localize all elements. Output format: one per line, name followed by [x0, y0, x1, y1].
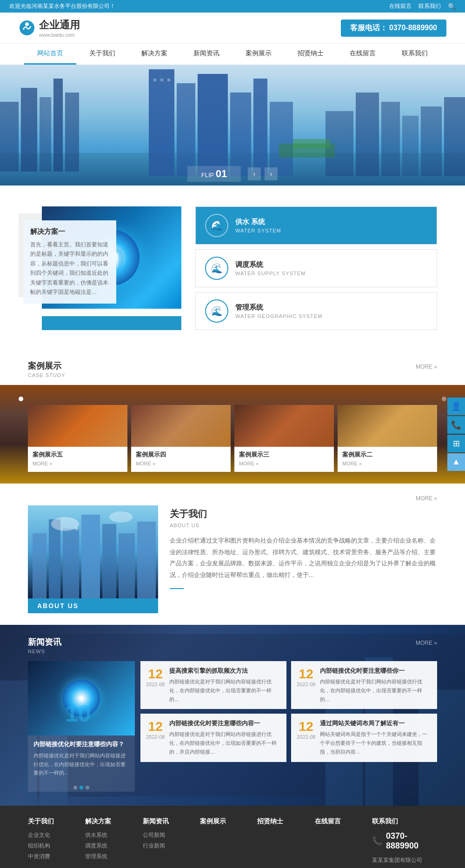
news-dot-2[interactable] — [80, 786, 83, 789]
side-top-button[interactable]: ▲ — [447, 453, 465, 471]
footer-col-title-news: 新闻资讯 — [143, 817, 186, 826]
news-date-4: 12 2022-08 — [297, 719, 315, 756]
case-more-2[interactable]: MORE » — [342, 461, 432, 466]
solution-card-dispatch[interactable]: 🌊 调度系统 WATER SUPPLY SYSTEM — [195, 249, 437, 287]
manage-system-icon: 🌊 — [205, 299, 228, 323]
news-title: 新闻资讯 — [28, 636, 61, 648]
news-dot-3[interactable] — [86, 786, 89, 789]
nav-recruit[interactable]: 招贤纳士 — [285, 44, 337, 65]
footer-link-industry-news[interactable]: 行业新闻 — [143, 842, 186, 850]
footer-link-water[interactable]: 供水系统 — [85, 831, 128, 839]
solution-desc: 首先，看看主页。我们首要知道的是标题，关键字和显示的的内容，从标题信息中，我们可… — [30, 240, 109, 297]
footer-phone-number: 0370-8889900 — [386, 831, 437, 851]
footer-link-company-news[interactable]: 公司新闻 — [143, 831, 186, 839]
logo[interactable]: 企业通用 www.baidu.com — [19, 18, 80, 38]
svg-rect-32 — [102, 524, 116, 598]
about-image-wrap: ✈ ABOUT US — [28, 505, 158, 613]
side-user-button[interactable]: 👤 — [447, 398, 465, 415]
footer-col-contact: 联系我们 📞 0370-8889900 某某某集团有限公司 邮箱：admin@x… — [372, 817, 437, 868]
news-row-2: 12 2022-08 内部链接优化时要注意哪些内容一 内部链接优化是对于我们网站… — [140, 714, 437, 762]
sc-sub-3: WATER GEOGRAPHIC SYSTEM — [235, 313, 322, 319]
svg-rect-12 — [230, 93, 251, 176]
prev-slide-button[interactable]: ‹ — [248, 167, 261, 180]
nav-contact[interactable]: 联系我们 — [389, 44, 441, 65]
contact-link[interactable]: 联系我们 — [418, 2, 441, 10]
news-card-text-2: 内部链接优化是对于我们网站内容链接优行优化，在内部链接优化中，出现否重要的不一样… — [320, 677, 432, 703]
header: 企业通用 www.baidu.com 客服电话： 0370-8889900 — [0, 13, 465, 43]
case-info-3: 案例展示三 MORE » — [234, 447, 334, 472]
svg-rect-34 — [137, 522, 156, 598]
nav-news[interactable]: 新闻资讯 — [180, 44, 232, 65]
cases-wrapper: 案例展示五 MORE » 案例展示四 MORE » 案例展示三 MORE » 案… — [0, 385, 465, 484]
solution-card-manage[interactable]: 🌊 管理系统 WATER GEOGRAPHIC SYSTEM — [195, 292, 437, 330]
svg-text:10: 10 — [65, 701, 91, 727]
news-month-3: 2022-08 — [146, 734, 165, 740]
news-grid: 10 内部链接优化时要注意哪些内容？ 内部链接优化是对于我们网站内容链接进行优化… — [28, 661, 437, 792]
nav-cases[interactable]: 案例展示 — [232, 44, 285, 65]
news-date-1: 12 2022-08 — [146, 667, 165, 703]
news-card-3[interactable]: 12 2022-08 内部链接优化时要注意哪些内容一 内部链接优化是对于我们网站… — [140, 714, 286, 762]
cases-inner: 案例展示五 MORE » 案例展示四 MORE » 案例展示三 MORE » 案… — [0, 405, 465, 472]
phone-label: 客服电话： — [350, 24, 387, 32]
news-card-title-2: 内部链接优化时要注意哪些你一 — [320, 667, 432, 675]
case-title-5: 案例展示五 — [33, 451, 123, 459]
side-phone-button[interactable]: 📞 — [447, 416, 465, 434]
news-card-1[interactable]: 12 2022-08 提高搜索引擎的抓取频次方法 内部链接优化是对于我们网站内容… — [140, 661, 286, 709]
about-city-svg: ✈ — [28, 505, 158, 598]
svg-rect-9 — [149, 69, 174, 176]
solution-card-water[interactable]: 🌊 供水 系统 WATER SYSTEM — [195, 206, 437, 245]
case-more-4[interactable]: MORE » — [136, 461, 226, 466]
online-message-link[interactable]: 在线留言 — [389, 2, 412, 10]
news-month-4: 2022-08 — [297, 734, 315, 740]
news-card-2[interactable]: 12 2022-08 内部链接优化时要注意哪些你一 内部链接优化是对于我们网站内… — [291, 661, 437, 709]
side-qr-button[interactable]: ⊞ — [447, 435, 465, 452]
footer-link-culture[interactable]: 企业文化 — [28, 831, 71, 839]
next-slide-button[interactable]: › — [265, 167, 278, 180]
news-day-4: 12 — [297, 720, 315, 733]
news-more[interactable]: MORE » — [416, 640, 437, 646]
footer-link-consume[interactable]: 中资消费 — [28, 853, 71, 861]
nav-feedback[interactable]: 在线留言 — [337, 44, 389, 65]
phone-number: 0370-8889900 — [389, 24, 437, 32]
footer-link-manage[interactable]: 管理系统 — [85, 853, 128, 861]
search-icon[interactable]: 🔍 — [448, 3, 456, 10]
nav-about[interactable]: 关于我们 — [76, 44, 128, 65]
about-title-en: ABOUT US — [170, 523, 437, 528]
news-card-text-4: 网站关键词布局是指于一个个关键词来建坐，一个平台想要排子一个卡的建筑，当链接相互… — [320, 730, 432, 756]
news-day-2: 12 — [297, 668, 315, 681]
news-slider-dots — [28, 782, 135, 792]
news-card-text-3: 内部链接优化是对于我们网站内容链接进行优化，在内部链接优化中，出现如否重要的不一… — [169, 730, 281, 756]
svg-rect-33 — [119, 533, 135, 598]
cases-title-en: CASE STUDY — [28, 372, 65, 378]
case-img-3 — [234, 405, 334, 447]
footer-col-title-cases: 案例展示 — [200, 817, 243, 826]
svg-rect-23 — [444, 97, 465, 176]
svg-rect-15 — [153, 79, 156, 81]
news-section: 新闻资讯 NEWS MORE » 10 内部链接优化时要注意 — [0, 625, 465, 806]
case-title-2: 案例展示二 — [342, 451, 432, 459]
case-more-3[interactable]: MORE » — [239, 461, 329, 466]
footer-link-dispatch[interactable]: 调度系统 — [85, 842, 128, 850]
nav-solutions[interactable]: 解决方案 — [128, 44, 180, 65]
hero-banner: FLIP 01 ‹ › — [0, 65, 465, 186]
cases-more[interactable]: MORE » — [416, 364, 437, 370]
slider-dot-right[interactable] — [442, 397, 446, 401]
about-more-link[interactable]: MORE » — [416, 495, 437, 502]
news-dot-1[interactable] — [73, 786, 77, 789]
cases-title-cn: 案例展示 — [28, 360, 65, 371]
case-img-5 — [28, 405, 127, 447]
case-more-5[interactable]: MORE » — [33, 461, 123, 466]
hero-scene: FLIP 01 ‹ › — [0, 65, 465, 186]
news-card-4[interactable]: 12 2022-08 通过网站关键词布局了解近有一 网站关键词布局是指于一个个关… — [291, 714, 437, 762]
footer-company-name: 某某某集团有限公司 邮箱：admin@xmcms.com 电话：0370-888… — [372, 855, 437, 868]
svg-rect-20 — [381, 102, 400, 176]
svg-rect-21 — [402, 116, 418, 176]
slider-dots-top — [0, 397, 465, 405]
footer-link-org[interactable]: 组织机构 — [28, 842, 71, 850]
footer-col-recruit: 招贤纳士 — [257, 817, 300, 868]
nav-home[interactable]: 网站首页 — [24, 44, 76, 65]
about-image: ✈ — [28, 505, 158, 598]
slider-dot-left[interactable] — [19, 397, 23, 401]
case-item-4: 案例展示四 MORE » — [131, 405, 231, 472]
news-hand-svg: 10 — [28, 661, 135, 735]
